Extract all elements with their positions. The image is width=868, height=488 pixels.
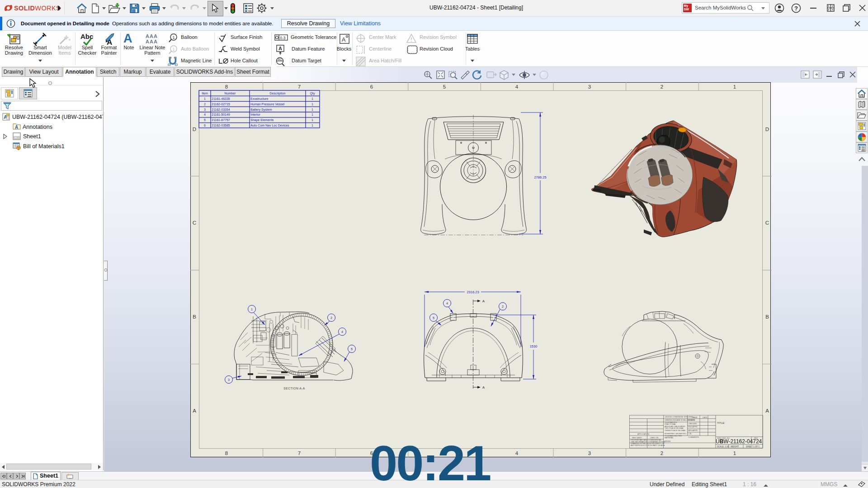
svg-text:B: B [765,314,769,319]
svg-text:2: 2 [660,450,663,456]
svg-text:8: 8 [225,84,228,89]
svg-text:NEXT ASSY: NEXT ASSY [632,436,642,439]
svg-text:WEIGHT:: WEIGHT: [731,446,739,448]
svg-text:NAME: NAME [692,416,698,418]
svg-text:1: 1 [204,97,206,100]
svg-text:A: A [482,299,485,303]
svg-text:4: 4 [515,450,519,456]
svg-text:A: A [15,125,18,130]
svg-text:MATERIAL: MATERIAL [665,436,674,439]
svg-text:Description: Description [269,92,285,95]
svg-text:Item: Item [202,92,208,95]
svg-text:B: B [193,314,196,319]
svg-text:C: C [765,220,769,225]
svg-text:1: 1 [311,113,313,116]
svg-text:SOLIDWORKS: SOLIDWORKS [14,5,60,12]
svg-text:21161-46335: 21161-46335 [212,97,230,100]
svg-text:SECTION A-A: SECTION A-A [283,387,305,390]
svg-text:COMMENTS:: COMMENTS: [688,436,699,438]
svg-text:A1: A1 [278,58,282,61]
svg-text:Q.A.: Q.A. [688,432,692,435]
svg-text:1: 1 [172,35,175,40]
svg-text:1: 1 [733,84,736,89]
svg-text:3: 3 [204,108,206,111]
svg-text:3: 3 [588,84,591,89]
svg-text:3: 3 [588,450,591,456]
svg-text:5: 5 [351,347,353,351]
svg-text:Auto Com Nav Loc Devices: Auto Com Nav Loc Devices [250,124,289,127]
svg-text:Qty: Qty [310,92,315,95]
svg-text:6: 6 [370,84,373,89]
svg-text:21162-02715: 21162-02715 [212,103,230,106]
svg-text:ANY REPRODUCTION IN PART OR AS: ANY REPRODUCTION IN PART OR AS A [631,444,665,446]
svg-text:7: 7 [298,450,301,456]
svg-text:2: 2 [502,305,504,308]
svg-text:A: A [278,46,282,51]
svg-text:2786.25: 2786.25 [534,175,546,179]
svg-text:?: ? [794,5,798,12]
svg-text:21161-67757: 21161-67757 [212,118,230,122]
svg-text:3: 3 [228,378,230,381]
svg-text:21162-03354: 21162-03354 [212,108,230,111]
svg-text:1: 1 [311,118,313,122]
svg-text:D: D [193,127,196,132]
svg-text:2: 2 [330,316,332,319]
svg-text:SHEET 1 OF 1: SHEET 1 OF 1 [746,446,760,448]
svg-text:8: 8 [225,450,228,456]
svg-text:D: D [765,127,769,132]
svg-text:APPLICATION: APPLICATION [637,433,649,435]
svg-text:2316.23: 2316.23 [467,290,479,294]
svg-text:DRAWN: DRAWN [688,419,695,421]
svg-text:DATE: DATE [703,416,708,418]
svg-text:A: A [193,408,196,413]
svg-text:6: 6 [204,124,206,127]
svg-text:Exostructure: Exostructure [250,97,268,100]
svg-text:7: 7 [298,84,301,89]
svg-text:CHECKED: CHECKED [688,422,697,425]
svg-text:1: 1 [311,124,313,127]
svg-text:5: 5 [443,84,446,89]
svg-text:1: 1 [311,108,313,111]
svg-text:4: 4 [341,330,343,333]
svg-text:2: 2 [204,103,206,106]
svg-text:THREE PLACE DECIMAL: THREE PLACE DECIMAL [665,429,686,432]
svg-text:5: 5 [433,316,434,319]
svg-text:2: 2 [660,84,663,89]
svg-text:5: 5 [204,118,206,122]
svg-text:USED ON: USED ON [650,436,658,439]
svg-text:MFG APPR.: MFG APPR. [688,429,698,432]
svg-text:Interior: Interior [250,113,260,116]
svg-text:C: C [193,220,196,225]
svg-text:A: A [765,408,769,413]
svg-text:Number: Number [225,92,236,95]
svg-text:ENG APPR.: ENG APPR. [688,426,698,428]
svg-text:Human Pressure Vessel: Human Pressure Vessel [250,103,285,106]
svg-text:1: 1 [251,308,253,311]
svg-text:4: 4 [446,302,448,305]
svg-text:21162-03585: 21162-03585 [212,124,230,127]
svg-text:4: 4 [204,113,206,116]
svg-text:4: 4 [515,84,519,89]
svg-text:SCALE: 1:16: SCALE: 1:16 [717,446,729,448]
svg-text:1: 1 [311,103,313,106]
svg-text:21161-50149: 21161-50149 [212,113,230,116]
svg-text:0.3: 0.3 [280,36,286,40]
svg-text:UNLESS OTHERWISE SPECIFIED:: UNLESS OTHERWISE SPECIFIED: [665,416,694,418]
svg-text:1530: 1530 [530,344,538,348]
svg-text:1: 1 [733,450,736,456]
svg-text:FINISH: FINISH [665,440,670,442]
svg-text:A: A [342,36,346,43]
svg-text:A: A [482,385,485,389]
svg-text:1: 1 [311,97,313,100]
svg-text:Shape Elements: Shape Elements [250,118,274,122]
svg-text:1: 1 [172,47,175,52]
svg-text:UBW-21162-04724: UBW-21162-04724 [716,438,762,445]
svg-text:TITLE:: TITLE: [717,422,725,424]
svg-text:Battery System: Battery System [250,108,272,112]
